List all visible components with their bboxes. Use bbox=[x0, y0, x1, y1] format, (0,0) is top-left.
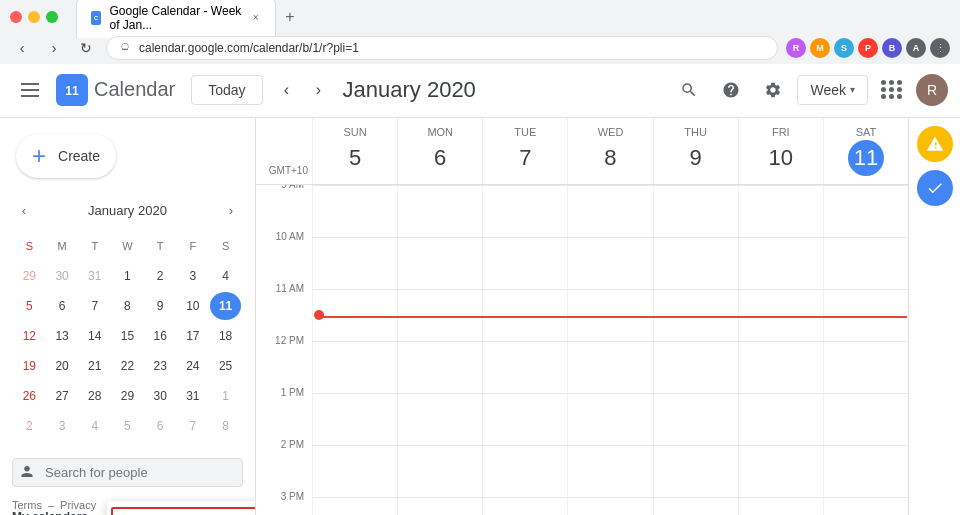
time-cell[interactable] bbox=[653, 185, 738, 237]
mini-cal-day[interactable]: 2 bbox=[145, 262, 176, 290]
time-grid[interactable]: 9 AM10 AM11 AM12 PM1 PM2 PM3 PM4 PM bbox=[256, 185, 908, 515]
time-cell[interactable] bbox=[312, 289, 397, 341]
apps-button[interactable] bbox=[874, 72, 910, 108]
forward-button[interactable]: › bbox=[42, 36, 66, 60]
mini-cal-day[interactable]: 3 bbox=[178, 262, 209, 290]
time-cell[interactable] bbox=[823, 237, 908, 289]
time-cell[interactable] bbox=[567, 237, 652, 289]
day-header-cell[interactable]: TUE7 bbox=[482, 118, 567, 184]
mini-cal-day[interactable]: 10 bbox=[178, 292, 209, 320]
mini-cal-day[interactable]: 9 bbox=[145, 292, 176, 320]
reload-button[interactable]: ↻ bbox=[74, 36, 98, 60]
mini-cal-day[interactable]: 5 bbox=[14, 292, 45, 320]
mini-cal-day[interactable]: 18 bbox=[210, 322, 241, 350]
time-cell[interactable] bbox=[738, 289, 823, 341]
time-cell[interactable] bbox=[397, 341, 482, 393]
right-sidebar-icon-1[interactable] bbox=[917, 126, 953, 162]
time-cell[interactable] bbox=[653, 289, 738, 341]
mini-cal-prev[interactable]: ‹ bbox=[12, 198, 36, 222]
address-bar[interactable]: calendar.google.com/calendar/b/1/r?pli=1 bbox=[106, 36, 778, 60]
mini-cal-day[interactable]: 8 bbox=[112, 292, 143, 320]
prev-week-button[interactable]: ‹ bbox=[271, 74, 303, 106]
mini-cal-day[interactable]: 22 bbox=[112, 352, 143, 380]
mini-cal-day[interactable]: 31 bbox=[79, 262, 110, 290]
create-button[interactable]: + Create bbox=[16, 134, 116, 178]
time-cell[interactable] bbox=[482, 445, 567, 497]
time-cell[interactable] bbox=[653, 393, 738, 445]
time-cell[interactable] bbox=[823, 445, 908, 497]
time-cell[interactable] bbox=[567, 341, 652, 393]
ext-icon-3[interactable]: S bbox=[834, 38, 854, 58]
mini-cal-day[interactable]: 26 bbox=[14, 382, 45, 410]
mini-cal-day[interactable]: 4 bbox=[210, 262, 241, 290]
mini-cal-day[interactable]: 30 bbox=[145, 382, 176, 410]
more-icon[interactable]: ⋮ bbox=[930, 38, 950, 58]
mini-cal-day[interactable]: 31 bbox=[178, 382, 209, 410]
profile-icon[interactable]: A bbox=[906, 38, 926, 58]
day-header-cell[interactable]: SAT11 bbox=[823, 118, 908, 184]
mini-cal-day[interactable]: 30 bbox=[47, 262, 78, 290]
day-number[interactable]: 9 bbox=[678, 140, 714, 176]
time-cell[interactable] bbox=[823, 185, 908, 237]
time-cell[interactable] bbox=[567, 497, 652, 515]
time-cell[interactable] bbox=[482, 341, 567, 393]
ext-icon-5[interactable]: B bbox=[882, 38, 902, 58]
mini-cal-day[interactable]: 20 bbox=[47, 352, 78, 380]
mini-cal-day[interactable]: 28 bbox=[79, 382, 110, 410]
mini-cal-day[interactable]: 14 bbox=[79, 322, 110, 350]
time-cell[interactable] bbox=[482, 393, 567, 445]
close-button[interactable] bbox=[10, 11, 22, 23]
mini-cal-day[interactable]: 19 bbox=[14, 352, 45, 380]
mini-cal-day[interactable]: 24 bbox=[178, 352, 209, 380]
time-cell[interactable] bbox=[738, 185, 823, 237]
mini-cal-day[interactable]: 25 bbox=[210, 352, 241, 380]
time-cell[interactable] bbox=[738, 445, 823, 497]
time-cell[interactable] bbox=[653, 341, 738, 393]
time-cell[interactable] bbox=[738, 237, 823, 289]
mini-cal-day[interactable]: 21 bbox=[79, 352, 110, 380]
time-cell[interactable] bbox=[738, 341, 823, 393]
time-cell[interactable] bbox=[397, 185, 482, 237]
day-header-cell[interactable]: THU9 bbox=[653, 118, 738, 184]
back-button[interactable]: ‹ bbox=[10, 36, 34, 60]
day-number[interactable]: 8 bbox=[592, 140, 628, 176]
time-cell[interactable] bbox=[653, 237, 738, 289]
day-header-cell[interactable]: FRI10 bbox=[738, 118, 823, 184]
time-cell[interactable] bbox=[567, 445, 652, 497]
day-number[interactable]: 11 bbox=[848, 140, 884, 176]
time-cell[interactable] bbox=[312, 237, 397, 289]
time-cell[interactable] bbox=[482, 289, 567, 341]
maximize-button[interactable] bbox=[46, 11, 58, 23]
time-cell[interactable] bbox=[823, 289, 908, 341]
next-week-button[interactable]: › bbox=[303, 74, 335, 106]
time-cell[interactable] bbox=[312, 393, 397, 445]
mini-cal-day[interactable]: 23 bbox=[145, 352, 176, 380]
mini-cal-day[interactable]: 1 bbox=[112, 262, 143, 290]
new-tab-button[interactable]: + bbox=[276, 3, 304, 31]
day-number[interactable]: 6 bbox=[422, 140, 458, 176]
mini-cal-day[interactable]: 6 bbox=[145, 412, 176, 440]
mini-cal-day[interactable]: 3 bbox=[47, 412, 78, 440]
view-select[interactable]: Week ▾ bbox=[797, 75, 868, 105]
mini-cal-day[interactable]: 29 bbox=[112, 382, 143, 410]
mini-cal-day[interactable]: 12 bbox=[14, 322, 45, 350]
privacy-link[interactable]: Privacy bbox=[60, 499, 96, 511]
search-button[interactable] bbox=[671, 72, 707, 108]
mini-cal-day[interactable]: 5 bbox=[112, 412, 143, 440]
mini-cal-day[interactable]: 27 bbox=[47, 382, 78, 410]
time-cell[interactable] bbox=[567, 185, 652, 237]
mini-cal-day[interactable]: 8 bbox=[210, 412, 241, 440]
today-button[interactable]: Today bbox=[191, 75, 262, 105]
mini-cal-day[interactable]: 15 bbox=[112, 322, 143, 350]
time-cell[interactable] bbox=[312, 185, 397, 237]
time-cell[interactable] bbox=[653, 497, 738, 515]
ext-icon-1[interactable]: R bbox=[786, 38, 806, 58]
mini-cal-day[interactable]: 6 bbox=[47, 292, 78, 320]
day-header-cell[interactable]: WED8 bbox=[567, 118, 652, 184]
menu-icon[interactable] bbox=[12, 72, 48, 108]
time-cell[interactable] bbox=[397, 445, 482, 497]
settings-button[interactable] bbox=[755, 72, 791, 108]
mini-cal-day[interactable]: 17 bbox=[178, 322, 209, 350]
time-cell[interactable] bbox=[312, 341, 397, 393]
mini-cal-day[interactable]: 13 bbox=[47, 322, 78, 350]
